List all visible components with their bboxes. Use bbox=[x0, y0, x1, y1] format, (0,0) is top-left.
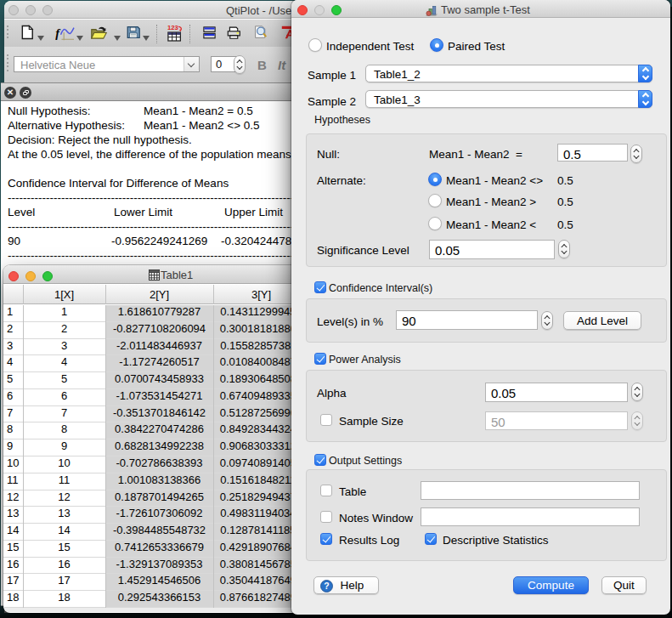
svg-text:?: ? bbox=[324, 581, 329, 591]
svg-text:123: 123 bbox=[167, 24, 178, 31]
svg-text:f: f bbox=[55, 26, 61, 40]
